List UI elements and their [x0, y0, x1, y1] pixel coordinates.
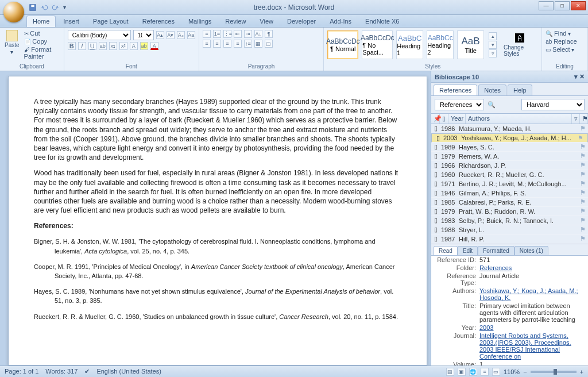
show-marks-icon[interactable]: ¶ — [265, 30, 273, 38]
align-right-icon[interactable]: ≡ — [223, 40, 231, 48]
tab-view[interactable]: View — [253, 16, 280, 27]
view-web-icon[interactable]: 🌐 — [469, 368, 477, 376]
table-row[interactable]: ▯1986Matsumura, Y.; Maeda, H.⚑ — [431, 124, 588, 133]
office-button[interactable] — [3, 2, 24, 22]
table-row[interactable]: ▯1946Gilman, A.; Philips, F. S.⚑ — [431, 188, 588, 198]
table-row[interactable]: ▯1979Remers, W. A.⚑ — [431, 152, 588, 161]
panel-tab-references[interactable]: References — [434, 84, 477, 95]
col-filter-icon[interactable]: ▿ — [572, 114, 580, 124]
view-print-icon[interactable]: ▤ — [446, 368, 454, 376]
align-left-icon[interactable]: ≡ — [203, 40, 211, 48]
col-authors[interactable]: Authors — [466, 114, 572, 124]
superscript-button[interactable]: x² — [119, 42, 127, 50]
tab-mailings[interactable]: Mailings — [182, 16, 218, 27]
borders-icon[interactable]: ▢ — [265, 40, 273, 48]
numbering-icon[interactable]: 1≡ — [213, 30, 221, 38]
shading-icon[interactable]: ▦ — [254, 40, 262, 48]
change-case-icon[interactable]: Aa — [187, 31, 195, 39]
strike-button[interactable]: ab — [99, 42, 107, 50]
styles-more-icon[interactable]: ▿ — [489, 49, 497, 57]
change-styles-button[interactable]: 🅰 Change Styles — [501, 32, 538, 58]
styles-up-icon[interactable]: ▴ — [489, 32, 497, 40]
bold-button[interactable]: B — [68, 42, 76, 50]
minimize-button[interactable]: — — [539, 1, 554, 10]
chevron-down-icon[interactable]: ▾ — [10, 49, 13, 55]
document-page[interactable]: A tree typically has many secondary bran… — [8, 76, 427, 366]
underline-button[interactable]: U — [88, 42, 96, 50]
indent-right-icon[interactable]: ⇥ — [244, 30, 252, 38]
subscript-button[interactable]: x₂ — [109, 42, 117, 50]
zoom-out-button[interactable]: − — [523, 368, 527, 375]
view-draft-icon[interactable]: ▭ — [492, 368, 500, 376]
tab-references[interactable]: References — [136, 16, 181, 27]
tab-addins[interactable]: Add-Ins — [323, 16, 358, 27]
grow-font-icon[interactable]: A▴ — [156, 31, 164, 39]
zoom-level[interactable]: 110% — [504, 368, 520, 375]
font-name-select[interactable]: Calibri (Body) — [68, 30, 131, 40]
font-color-icon[interactable]: A — [150, 42, 158, 50]
text-effects-icon[interactable]: A — [130, 42, 138, 50]
table-row[interactable]: ▯1988Stryer, L.⚑ — [431, 225, 588, 234]
undo-icon[interactable] — [40, 3, 48, 11]
table-row[interactable]: ▯1971Bertino, J. R.; Levitt, M.; McCullo… — [431, 179, 588, 188]
col-flag-icon[interactable]: ⚑ — [580, 114, 588, 124]
table-row[interactable]: ▯1985Calabresi, P.; Parks, R. E.⚑ — [431, 198, 588, 207]
search-icon[interactable]: 🔍 — [488, 101, 496, 109]
tab-review[interactable]: Review — [219, 16, 252, 27]
detail-value[interactable]: Intelligent Robots and Systems, 2003.(IR… — [479, 332, 585, 360]
style-title[interactable]: AaBTitle — [457, 30, 484, 59]
cut-button[interactable]: ✂ Cut — [24, 30, 61, 37]
italic-button[interactable]: I — [78, 42, 86, 50]
tab-endnote[interactable]: EndNote X6 — [359, 16, 405, 27]
table-row[interactable]: ▯1966Richardson, J. P.⚑ — [431, 161, 588, 170]
detail-tab-edit[interactable]: Edit — [458, 246, 478, 255]
panel-scope-select[interactable]: References — [435, 99, 484, 110]
table-row[interactable]: ▯1979Pratt, W. B.; Ruddon, R. W.⚑ — [431, 207, 588, 216]
status-page[interactable]: Page: 1 of 1 — [5, 368, 38, 375]
table-row[interactable]: ▯1989Hayes, S. C.⚑ — [431, 143, 588, 152]
clear-format-icon[interactable]: Aₓ — [177, 31, 185, 39]
highlight-icon[interactable]: ab — [140, 42, 148, 50]
style-heading1[interactable]: AaBbCHeading 1 — [396, 30, 423, 59]
copy-button[interactable]: 📄 Copy — [24, 38, 61, 45]
close-button[interactable]: ✕ — [571, 1, 586, 10]
multilevel-icon[interactable]: ⋮≡ — [223, 30, 231, 38]
select-button[interactable]: ▭ Select ▾ — [546, 46, 584, 53]
zoom-in-button[interactable]: + — [580, 368, 583, 375]
format-painter-button[interactable]: 🖌 Format Painter — [24, 46, 61, 60]
panel-tab-notes[interactable]: Notes — [478, 84, 506, 95]
col-year[interactable]: Year — [448, 114, 466, 124]
detail-tab-notes[interactable]: Notes (1) — [514, 246, 548, 255]
find-button[interactable]: 🔍 Find ▾ — [546, 30, 584, 37]
redo-icon[interactable] — [52, 3, 60, 11]
citation-style-select[interactable]: Harvard — [521, 99, 585, 110]
tab-developer[interactable]: Developer — [281, 16, 322, 27]
line-spacing-icon[interactable]: ↕≡ — [244, 40, 252, 48]
style-heading2[interactable]: AaBbCcHeading 2 — [427, 30, 454, 59]
panel-close-icon[interactable]: ✕ — [579, 73, 585, 80]
tab-page-layout[interactable]: Page Layout — [87, 16, 135, 27]
panel-dropdown-icon[interactable]: ▾ — [574, 73, 578, 80]
styles-down-icon[interactable]: ▾ — [489, 41, 497, 49]
table-row[interactable]: ▯1960Rueckert, R. R.; Mueller, G. C.⚑ — [431, 170, 588, 179]
col-pin-icon[interactable]: 📌 — [431, 114, 440, 124]
save-icon[interactable] — [29, 3, 37, 11]
view-outline-icon[interactable]: ≡ — [481, 368, 489, 376]
shrink-font-icon[interactable]: A▾ — [167, 31, 175, 39]
justify-icon[interactable]: ≡ — [234, 40, 242, 48]
status-language[interactable]: English (United States) — [96, 368, 161, 375]
zoom-slider[interactable] — [531, 371, 577, 373]
table-row[interactable]: ▯2003Yoshikawa, Y.; Koga, J.; Asada, M.;… — [431, 133, 588, 143]
table-row[interactable]: ▯1987Hill, R. P.⚑ — [431, 234, 588, 244]
view-full-icon[interactable]: ▣ — [458, 368, 466, 376]
qat-dropdown-icon[interactable]: ▾ — [63, 4, 66, 10]
indent-left-icon[interactable]: ⇤ — [234, 30, 242, 38]
detail-tab-read[interactable]: Read — [434, 246, 458, 255]
status-words[interactable]: Words: 317 — [45, 368, 78, 375]
detail-tab-formatted[interactable]: Formatted — [478, 246, 514, 255]
font-size-select[interactable]: 10 — [133, 30, 154, 40]
status-proof-icon[interactable]: ✔ — [84, 368, 90, 375]
style-nospacing[interactable]: AaBbCcDc¶ No Spaci... — [362, 30, 393, 59]
panel-tab-help[interactable]: Help — [508, 84, 532, 95]
bullets-icon[interactable]: ≡ — [203, 30, 211, 38]
